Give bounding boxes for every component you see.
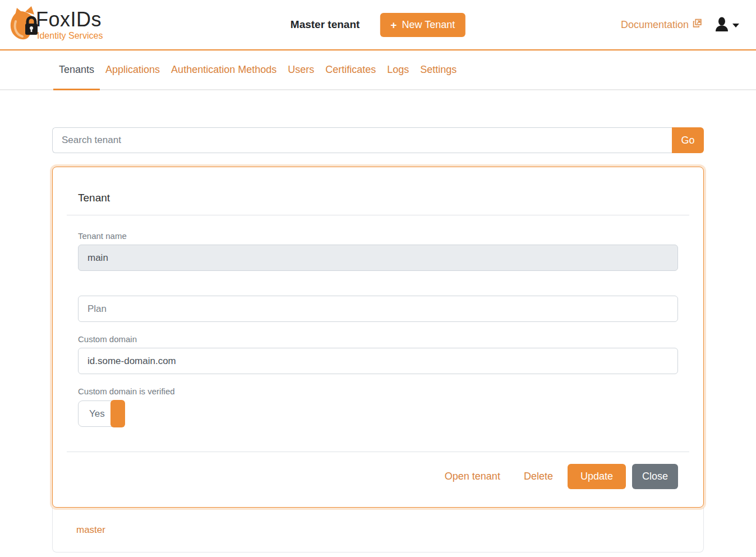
external-link-icon — [693, 19, 702, 31]
tab-logs[interactable]: Logs — [381, 50, 414, 89]
brand-text: FoxIDs Identity Services — [36, 10, 103, 41]
user-menu-dropdown[interactable] — [714, 16, 739, 34]
new-tenant-button[interactable]: + New Tenant — [380, 13, 465, 37]
documentation-label: Documentation — [621, 19, 689, 31]
app-header: FoxIDs Identity Services Master tenant +… — [0, 0, 756, 50]
caret-down-icon — [732, 24, 739, 27]
custom-domain-verified-toggle[interactable]: Yes — [78, 401, 125, 427]
main-nav: Tenants Applications Authentication Meth… — [0, 50, 756, 90]
close-button[interactable]: Close — [632, 464, 678, 489]
tab-users[interactable]: Users — [282, 50, 320, 89]
fox-logo-icon — [9, 6, 39, 44]
plan-input[interactable] — [78, 296, 678, 322]
delete-link[interactable]: Delete — [524, 471, 553, 482]
brand-tagline: Identity Services — [37, 31, 103, 41]
tenant-list-item-master[interactable]: master — [53, 508, 703, 552]
main-content: Go Tenant Tenant name Custom domain Cust… — [52, 127, 704, 553]
tenant-card-footer: Open tenant Delete Update Close — [53, 452, 703, 507]
plus-icon: + — [390, 20, 397, 30]
update-button[interactable]: Update — [568, 464, 626, 489]
divider — [67, 215, 689, 215]
custom-domain-verified-label: Custom domain is verified — [78, 386, 678, 396]
custom-domain-input[interactable] — [78, 348, 678, 374]
brand-name: FoxIDs — [36, 10, 103, 30]
tab-certificates[interactable]: Certificates — [320, 50, 381, 89]
documentation-link[interactable]: Documentation — [621, 19, 702, 31]
tab-applications[interactable]: Applications — [100, 50, 165, 89]
tab-authentication-methods[interactable]: Authentication Methods — [165, 50, 282, 89]
tenant-detail-card: Tenant Tenant name Custom domain Custom … — [52, 167, 704, 508]
tab-tenants[interactable]: Tenants — [53, 50, 100, 89]
tenant-card-title: Tenant — [53, 167, 703, 215]
toggle-state-label: Yes — [79, 408, 105, 420]
tenant-name-input — [78, 245, 678, 271]
page-title: Master tenant — [291, 19, 360, 31]
custom-domain-label: Custom domain — [78, 334, 678, 344]
user-icon — [714, 16, 729, 34]
search-input[interactable] — [52, 127, 672, 153]
open-tenant-link[interactable]: Open tenant — [445, 471, 500, 482]
tenant-search-group: Go — [52, 127, 704, 153]
brand-logo[interactable]: FoxIDs Identity Services — [9, 6, 103, 44]
tab-settings[interactable]: Settings — [414, 50, 462, 89]
search-go-button[interactable]: Go — [672, 127, 704, 153]
tenant-name-label: Tenant name — [78, 231, 678, 241]
tenant-list: master — [52, 508, 704, 553]
toggle-knob — [110, 400, 125, 427]
new-tenant-label: New Tenant — [402, 19, 455, 31]
